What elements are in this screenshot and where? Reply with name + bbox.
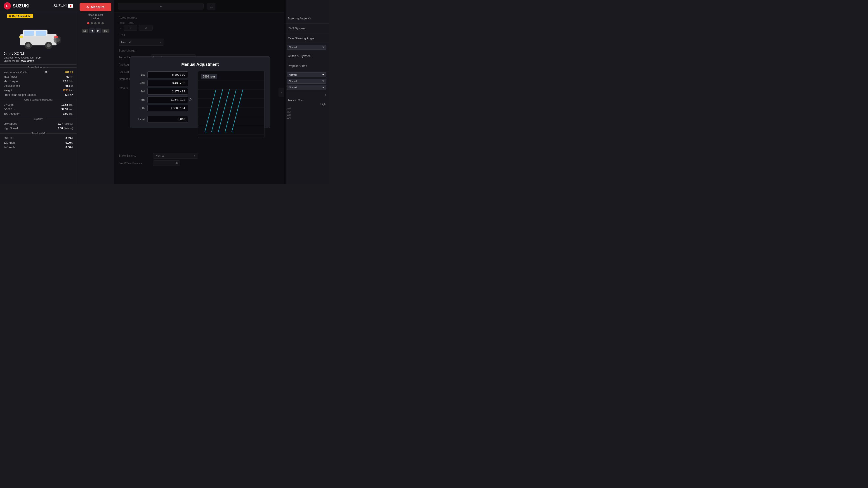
svg-line-21 bbox=[218, 89, 229, 132]
measure-panel: Measure MeasurementHistory L1 ◀ ▶ R1 bbox=[77, 0, 114, 184]
modal-title: Manual Adjustment bbox=[135, 62, 265, 67]
gear-2nd-label: 2nd bbox=[135, 81, 145, 85]
weight-row-1: Wei bbox=[287, 107, 327, 110]
gear-4th-label: 4th bbox=[135, 98, 145, 101]
wei-label-3: Wei bbox=[287, 113, 291, 116]
gear-chart-svg bbox=[198, 71, 264, 138]
right-dropdown-2[interactable]: Normal ▼ bbox=[287, 78, 327, 84]
bop-area: ⚖ BoP Applied (M) bbox=[0, 12, 76, 20]
history-dots bbox=[87, 22, 104, 24]
cursor: ▷ bbox=[189, 96, 192, 102]
120kmh-value: 0.00G bbox=[66, 141, 73, 144]
gear-4th-input[interactable] bbox=[147, 96, 188, 103]
max-power-value: 63HP bbox=[66, 75, 73, 78]
gear-controls: L1 ◀ ▶ R1 bbox=[82, 29, 109, 33]
history-dot-3[interactable] bbox=[94, 22, 96, 24]
bop-badge: ⚖ BoP Applied (M) bbox=[7, 14, 33, 18]
rotational-g-table: 60 km/h 0.89G 120 km/h 0.00G 240 km/h 0.… bbox=[0, 136, 76, 150]
weight-row-4: Wei bbox=[287, 117, 327, 119]
wei-label-4: Wei bbox=[287, 117, 291, 119]
acceleration-table: 0-400 m 19.66sec. 0-1000 m 37.32sec. 100… bbox=[0, 103, 76, 116]
gear-3rd-label: 3rd bbox=[135, 90, 145, 93]
displacement-label: Displacement bbox=[4, 84, 20, 88]
gear-2nd-input[interactable] bbox=[147, 80, 188, 86]
rpm-badge: 7000 rpm bbox=[201, 74, 217, 79]
high-text: High bbox=[284, 102, 329, 106]
right-dropdown-3[interactable]: Normal ▼ bbox=[287, 85, 327, 90]
120kmh-row: 120 km/h 0.00G bbox=[2, 140, 75, 145]
gear-3rd-input[interactable] bbox=[147, 88, 188, 95]
speed-150-label: 100-150 km/h bbox=[4, 112, 20, 116]
final-input[interactable] bbox=[147, 116, 188, 123]
weight-area: Wei Wei Wei Wei bbox=[284, 106, 329, 121]
nav-left-button[interactable]: ◀ bbox=[89, 29, 95, 33]
car-svg bbox=[16, 22, 61, 49]
low-speed-value: -0.07 (Neutral) bbox=[57, 122, 73, 125]
history-dot-5[interactable] bbox=[101, 22, 104, 24]
rotational-g-divider: Rotational G bbox=[0, 131, 76, 136]
right-dropdown-1[interactable]: Normal ▼ bbox=[287, 72, 327, 77]
accel-divider: Acceleration Performance bbox=[0, 97, 76, 103]
steering-angle-kit-item[interactable]: Steering Angle Kit bbox=[284, 13, 329, 24]
displacement-row: Displacement 658cc bbox=[2, 84, 75, 88]
rear-steering-select[interactable]: Normal ▼ bbox=[287, 45, 327, 50]
max-torque-row: Max Torque 70.8ft-lb bbox=[2, 79, 75, 84]
propeller-shaft-item[interactable]: Propeller Shaft bbox=[284, 61, 329, 71]
stability-table: Low Speed -0.07 (Neutral) High Speed 0.0… bbox=[0, 122, 76, 131]
base-performance-table: Performance Points PP 261.71 Max Power 6… bbox=[0, 70, 76, 97]
weight-balance-row: Front-Rear Weight Balance 53 : 47 bbox=[2, 93, 75, 97]
right-panel-items: Steering Angle Kit 4WS System Rear Steer… bbox=[284, 13, 329, 71]
rear-steering-angle-item[interactable]: Rear Steering Angle bbox=[284, 33, 329, 43]
gear-1st-input[interactable] bbox=[147, 71, 188, 78]
history-dot-4[interactable] bbox=[98, 22, 100, 24]
weight-row: Weight 2271lbs. bbox=[2, 88, 75, 93]
max-power-label: Max Power bbox=[4, 75, 17, 78]
titanium-text: Titanium Con bbox=[284, 98, 329, 102]
svg-point-7 bbox=[46, 43, 51, 47]
svg-line-23 bbox=[232, 89, 243, 132]
svg-rect-11 bbox=[54, 36, 58, 38]
car-image-area bbox=[0, 20, 76, 50]
accel-400-value: 19.66sec. bbox=[61, 103, 73, 106]
accel-400-label: 0-400 m bbox=[4, 103, 13, 106]
zero-value: 0 bbox=[287, 94, 327, 96]
final-label: Final bbox=[135, 118, 145, 121]
accel-1000-label: 0-1000 m bbox=[4, 108, 15, 111]
divider bbox=[287, 92, 327, 92]
weight-label: Weight bbox=[4, 89, 12, 92]
nav-right-button[interactable]: ▶ bbox=[96, 29, 101, 33]
high-speed-label: High Speed bbox=[4, 127, 18, 130]
svg-rect-3 bbox=[36, 31, 46, 36]
speed-150-row: 100-150 km/h 0.00sec. bbox=[2, 111, 75, 116]
weight-balance-label: Front-Rear Weight Balance bbox=[4, 93, 36, 96]
gear-1st-label: 1st bbox=[135, 73, 145, 76]
low-speed-row: Low Speed -0.07 (Neutral) bbox=[2, 122, 75, 126]
4ws-system-item[interactable]: 4WS System bbox=[284, 24, 329, 33]
history-dot-2[interactable] bbox=[91, 22, 93, 24]
measure-button[interactable]: Measure bbox=[80, 3, 111, 11]
svg-rect-10 bbox=[19, 36, 23, 38]
pp-value: 261.71 bbox=[65, 71, 73, 74]
nav-arrows: ◀ ▶ bbox=[89, 29, 101, 33]
history-dot-1[interactable] bbox=[87, 22, 89, 24]
weight-balance-value: 53 : 47 bbox=[65, 93, 73, 96]
pp-row: Performance Points PP 261.71 bbox=[2, 70, 75, 74]
high-speed-row: High Speed 0.00 (Neutral) bbox=[2, 126, 75, 131]
left-panel: S SUZUKI SUZUKI ⚖ BoP Applied (M) bbox=[0, 0, 77, 184]
60kmh-row: 60 km/h 0.89G bbox=[2, 136, 75, 140]
right-lower-dropdowns: Normal ▼ Normal ▼ Normal ▼ 0 bbox=[284, 71, 329, 98]
clutch-flywheel-item[interactable]: Clutch & Flywheel bbox=[284, 51, 329, 61]
svg-line-19 bbox=[205, 89, 216, 132]
svg-line-20 bbox=[212, 89, 223, 132]
240kmh-row: 240 km/h 0.00G bbox=[2, 145, 75, 150]
240kmh-value: 0.00G bbox=[66, 146, 73, 149]
wei-label-2: Wei bbox=[287, 110, 291, 113]
gear-5th-input[interactable] bbox=[147, 105, 188, 111]
240kmh-label: 240 km/h bbox=[4, 146, 15, 149]
60kmh-label: 60 km/h bbox=[4, 137, 13, 140]
car-drivetrain: Drivetrain 4WD / Aspiration Turbo bbox=[4, 56, 73, 59]
svg-point-5 bbox=[26, 43, 30, 47]
suzuki-logo: S SUZUKI bbox=[4, 2, 29, 9]
wei-label-1: Wei bbox=[287, 107, 291, 110]
accel-1000-value: 37.32sec. bbox=[61, 108, 73, 111]
